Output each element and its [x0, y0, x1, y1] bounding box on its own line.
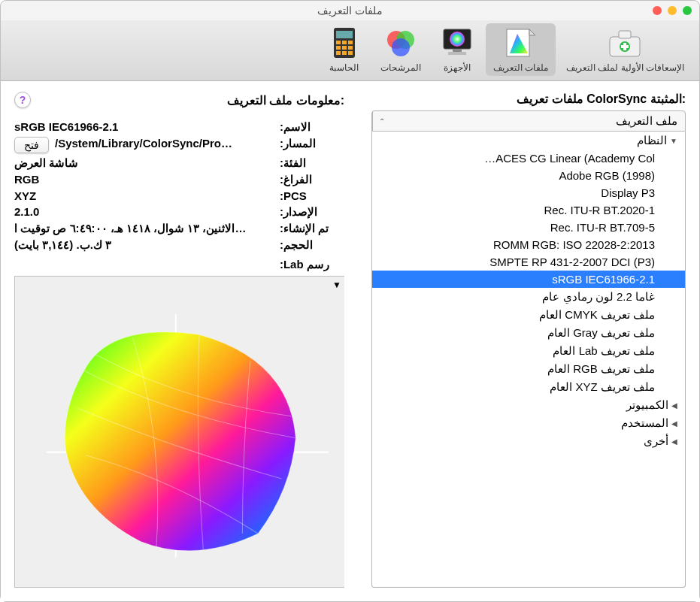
svg-rect-9	[448, 52, 466, 55]
info-value-created: الاثنين، ١٣ شوال، ١٤١٨ هـ، ٦:٤٩:٠٠ ص توق…	[14, 222, 274, 235]
toolbar-label: الحاسبة	[329, 62, 359, 73]
info-label-version: الإصدار:	[280, 205, 344, 219]
toolbar: الإسعافات الأولية لملف التعريف ملفات الت…	[1, 20, 699, 81]
svg-rect-20	[342, 46, 347, 50]
info-label-class: الفئة:	[280, 156, 344, 170]
toolbar-first-aid[interactable]: الإسعافات الأولية لملف التعريف	[559, 23, 692, 76]
info-value-class: شاشة العرض	[14, 156, 274, 170]
zoom-button[interactable]	[683, 6, 692, 15]
minimize-button[interactable]	[668, 6, 677, 15]
info-value-version: 2.1.0	[14, 205, 274, 219]
disclosure-closed-icon[interactable]: ◀	[671, 419, 677, 428]
info-label-size: الحجم:	[280, 238, 344, 252]
info-value-space: RGB	[14, 173, 274, 186]
svg-point-13	[392, 38, 410, 56]
info-label-created: تم الإنشاء:	[280, 222, 344, 235]
traffic-lights	[653, 6, 692, 15]
svg-rect-18	[348, 41, 353, 44]
info-label-name: الاسم:	[280, 120, 344, 134]
filters-icon	[383, 26, 419, 59]
toolbar-label: ملفات التعريف	[493, 62, 548, 73]
tree-item[interactable]: ACES CG Linear (Academy Col…	[372, 150, 685, 167]
svg-point-10	[450, 32, 465, 47]
toolbar-filters[interactable]: المرشحات	[373, 23, 429, 76]
lab-dropdown-icon[interactable]: ▼	[332, 280, 341, 290]
tree-item[interactable]: Adobe RGB (1998)	[372, 167, 685, 184]
window-title: ملفات التعريف	[1, 5, 699, 17]
info-pane: ? معلومات ملف التعريف: الاسم: sRGB IEC61…	[1, 81, 358, 601]
tree-group-name: النظام	[637, 134, 667, 147]
tree-item[interactable]: ROMM RGB: ISO 22028-2:2013	[372, 236, 685, 253]
svg-rect-15	[336, 31, 353, 38]
svg-rect-4	[621, 45, 629, 48]
info-value-name: sRGB IEC61966-2.1	[14, 120, 274, 134]
toolbar-label: الأجهزة	[444, 62, 471, 73]
devices-icon	[439, 26, 475, 59]
tree-item[interactable]: ملف تعريف Lab العام	[372, 342, 685, 360]
toolbar-label: الإسعافات الأولية لملف التعريف	[566, 62, 684, 73]
tree-item[interactable]: غاما 2.2 لون رمادي عام	[372, 288, 685, 306]
tree-group[interactable]: ◀المستخدم	[372, 414, 685, 432]
help-button[interactable]: ?	[14, 92, 31, 108]
tree-group-name: أخرى	[644, 434, 668, 448]
svg-rect-23	[342, 51, 347, 55]
toolbar-devices[interactable]: الأجهزة	[432, 23, 483, 76]
tree-group[interactable]: ◀الكمبيوتر	[372, 396, 685, 414]
open-button[interactable]: فتح	[14, 137, 49, 153]
tree-item[interactable]: ملف تعريف XYZ العام	[372, 378, 685, 396]
tree-item[interactable]: sRGB IEC61966-2.1	[372, 271, 685, 288]
calculator-icon	[326, 26, 362, 59]
svg-rect-16	[336, 41, 341, 44]
info-value-path: /System/Library/ColorSync/Pro…	[55, 137, 274, 153]
content: ? معلومات ملف التعريف: الاسم: sRGB IEC61…	[1, 81, 699, 601]
info-block: الاسم: sRGB IEC61966-2.1 المسار: /System…	[14, 119, 344, 253]
profile-column-header[interactable]: ⌃ ملف التعريف	[371, 110, 686, 132]
svg-rect-22	[336, 51, 341, 55]
toolbar-calculator[interactable]: الحاسبة	[319, 23, 370, 76]
tree-item[interactable]: Display P3	[372, 184, 685, 201]
lab-label: رسم Lab:	[280, 258, 344, 271]
tree-group-name: الكمبيوتر	[626, 398, 668, 412]
lab-plot[interactable]: ▼	[14, 276, 344, 588]
window: ملفات التعريف الإسعافات الأولية لملف الت…	[0, 0, 700, 602]
svg-rect-24	[348, 51, 353, 55]
profile-list-heading: ملفات تعريف ColorSync المثبتة:	[371, 92, 686, 106]
info-heading: معلومات ملف التعريف:	[31, 93, 344, 107]
profile-column-label: ملف التعريف	[392, 111, 685, 131]
tree-item[interactable]: ملف تعريف Gray العام	[372, 324, 685, 342]
svg-rect-8	[453, 49, 462, 52]
profile-list-pane: ملفات تعريف ColorSync المثبتة: ⌃ ملف الت…	[358, 81, 699, 601]
disclosure-closed-icon[interactable]: ◀	[671, 437, 677, 446]
svg-rect-21	[348, 46, 353, 50]
disclosure-closed-icon[interactable]: ◀	[671, 401, 677, 410]
toolbar-profiles[interactable]: ملفات التعريف	[486, 23, 556, 76]
close-button[interactable]	[653, 6, 662, 15]
svg-rect-17	[342, 41, 347, 44]
toolbar-label: المرشحات	[380, 62, 421, 73]
tree-item[interactable]: SMPTE RP 431-2-2007 DCI (P3)	[372, 253, 685, 271]
tree-item[interactable]: Rec. ITU-R BT.709-5	[372, 219, 685, 236]
disclosure-open-icon[interactable]: ▼	[670, 137, 677, 145]
tree-item[interactable]: Rec. ITU-R BT.2020-1	[372, 201, 685, 219]
tree-group[interactable]: ◀أخرى	[372, 432, 685, 450]
info-label-space: الفراغ:	[280, 173, 344, 186]
profiles-icon	[502, 26, 538, 59]
svg-rect-1	[619, 31, 631, 38]
titlebar: ملفات التعريف	[1, 1, 699, 20]
info-label-pcs: PCS:	[280, 189, 344, 202]
tree-item[interactable]: ملف تعريف CMYK العام	[372, 306, 685, 324]
sort-arrow-icon[interactable]: ⌃	[372, 111, 392, 131]
info-value-pcs: XYZ	[14, 189, 274, 202]
info-value-size: ٣ ك.ب. (٣,١٤٤ بايت)	[14, 238, 274, 252]
tree-item[interactable]: ملف تعريف RGB العام	[372, 360, 685, 378]
info-label-path: المسار:	[280, 137, 344, 153]
profile-tree[interactable]: ▼النظامACES CG Linear (Academy Col…Adobe…	[371, 132, 686, 588]
first-aid-icon	[607, 26, 643, 59]
lab-gamut-icon	[15, 277, 344, 587]
tree-group-name: المستخدم	[621, 416, 668, 430]
svg-rect-19	[336, 46, 341, 50]
tree-group[interactable]: ▼النظام	[372, 132, 685, 150]
